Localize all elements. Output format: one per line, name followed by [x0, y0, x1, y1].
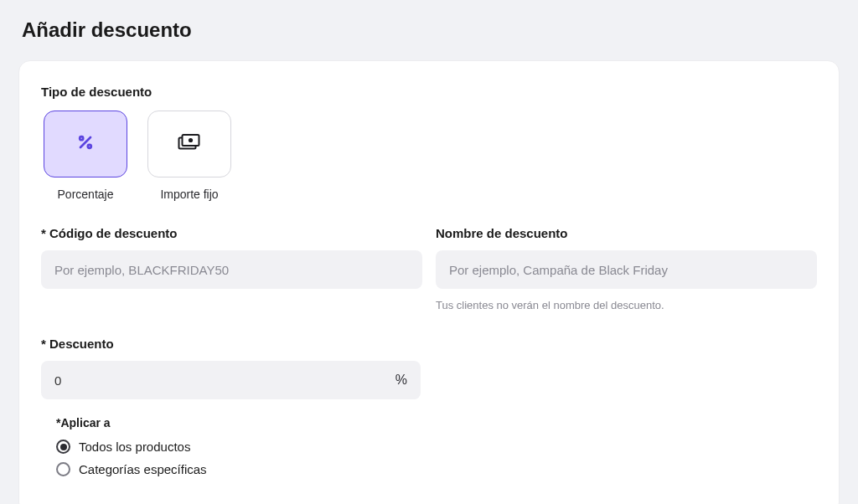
discount-type-tile-fixed: Importe fijo: [145, 111, 234, 201]
discount-code-input[interactable]: [41, 250, 422, 289]
apply-to-option-label: Categorías específicas: [79, 462, 207, 476]
apply-to-option-all[interactable]: Todos los productos: [56, 440, 421, 454]
svg-point-0: [80, 136, 83, 140]
discount-type-caption-fixed: Importe fijo: [160, 188, 218, 201]
discount-form-card: Tipo de descuento Porcentaje Importe fij…: [18, 60, 840, 504]
apply-to-label: *Aplicar a: [56, 416, 421, 429]
name-label: Nombre de descuento: [436, 226, 817, 240]
radio-icon: [56, 462, 70, 476]
discount-type-option-percentage[interactable]: [44, 111, 127, 177]
discount-type-caption-percentage: Porcentaje: [58, 188, 114, 201]
svg-point-5: [189, 138, 193, 142]
apply-to-option-label: Todos los productos: [79, 440, 190, 454]
cash-icon: [178, 134, 201, 154]
svg-point-1: [88, 145, 91, 148]
discount-type-label: Tipo de descuento: [41, 85, 817, 99]
discount-name-input[interactable]: [436, 250, 817, 289]
discount-type-tiles: Porcentaje Importe fijo: [41, 111, 817, 201]
radio-icon: [56, 440, 70, 454]
apply-to-option-categories[interactable]: Categorías específicas: [56, 462, 421, 476]
discount-type-option-fixed[interactable]: [147, 111, 231, 177]
amount-label: * Descuento: [41, 337, 421, 351]
name-helper-text: Tus clientes no verán el nombre del desc…: [436, 299, 817, 311]
page-title: Añadir descuento: [22, 18, 840, 42]
discount-type-tile-percentage: Porcentaje: [41, 111, 130, 201]
code-label: * Código de descuento: [41, 226, 422, 240]
discount-amount-input[interactable]: [41, 361, 421, 399]
percent-icon: [75, 132, 96, 156]
